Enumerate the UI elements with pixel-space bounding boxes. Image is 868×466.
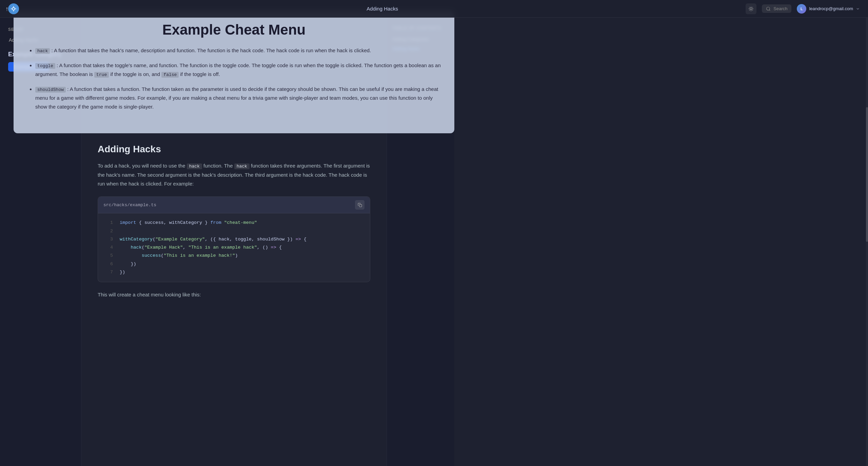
svg-point-5 [750,7,752,10]
top-navigation: Adding Hacks Search L leandrocp@gmail.co… [0,0,868,18]
code-line-4: 4 hack("Example Hack", "This is an examp… [98,244,370,252]
svg-line-8 [749,7,750,7]
para-text-1: To add a hack, you will need to use the [98,163,187,169]
cheat-menu-overlay-body: hack : A function that takes the hack's … [27,46,441,111]
code-line-6: 6 }) [98,260,370,268]
code-line-5: 5 success("This is an example hack!") [98,252,370,260]
chevron-down-icon [856,7,860,11]
content-section: Adding Hacks To add a hack, you will nee… [98,144,370,299]
svg-line-12 [749,10,750,11]
code-line-1: 1 import { success, withCategory } from … [98,219,370,227]
bullet-hack: hack : A function that takes the hack's … [35,46,441,55]
bullet-toggle: toggle : A function that takes the toggl… [35,61,441,79]
hack-inline-1: hack [187,163,202,169]
code-line-3: 3 withCategory("Example Category", ({ ha… [98,235,370,244]
adding-hacks-heading: Adding Hacks [98,144,370,155]
hack-code-inline: hack [35,48,50,54]
scrollbar-track[interactable] [866,18,868,466]
code-filename: src/hacks/example.ts [103,202,156,208]
user-email: leandrocp@gmail.com [809,6,853,11]
after-code-text: This will create a cheat menu looking li… [98,290,370,299]
theme-toggle-button[interactable] [746,3,756,14]
para-text-2: function. The [203,163,234,169]
scrollbar-thumb[interactable] [866,107,868,242]
svg-rect-16 [359,205,361,207]
copy-code-button[interactable] [355,200,364,210]
code-block: src/hacks/example.ts 1 import { success,… [98,196,370,282]
nav-title: Adding Hacks [26,6,739,12]
nav-right: Search L leandrocp@gmail.com [746,3,860,14]
search-placeholder: Search [773,6,787,11]
toggle-mid-text: if the toggle is on, and [110,71,161,77]
user-menu[interactable]: L leandrocp@gmail.com [797,4,860,14]
page-layout: Setup Adding Hacks Example Category Exam… [0,18,868,466]
main-content: Example Cheat Menu hack : A function tha… [81,18,387,466]
shouldshow-code-inline: shouldShow [35,87,66,93]
hack-bullet-text: : A function that takes the hack's name,… [51,47,371,53]
scroll-to-top-arrow[interactable]: ↑ [5,5,8,13]
bullet-shouldshow: shouldShow : A function that takes a fun… [35,85,441,111]
cheat-menu-overlay-title: Example Cheat Menu [27,22,441,38]
nav-logo[interactable] [8,3,19,14]
code-block-header: src/hacks/example.ts [98,197,370,213]
hack-inline-2: hack [234,163,250,169]
search-box[interactable]: Search [762,4,791,13]
code-line-7: 7 }) [98,268,370,276]
code-line-2: 2 [98,227,370,235]
code-block-body: 1 import { success, withCategory } from … [98,213,370,282]
cheat-menu-overlay-panel: Example Cheat Menu hack : A function tha… [14,11,454,133]
svg-line-15 [769,9,770,11]
svg-point-14 [767,7,770,10]
shouldshow-bullet-text: : A function that takes a function. The … [35,86,438,110]
toggle-end-text: if the toggle is off. [180,71,220,77]
toggle-code-inline: toggle [35,63,55,69]
svg-point-0 [12,7,15,10]
svg-line-9 [753,10,753,11]
adding-hacks-paragraph: To add a hack, you will need to use the … [98,161,370,188]
true-code-inline: true [94,72,109,78]
user-avatar: L [797,4,806,14]
false-code-inline: false [161,72,179,78]
svg-line-13 [753,7,753,7]
